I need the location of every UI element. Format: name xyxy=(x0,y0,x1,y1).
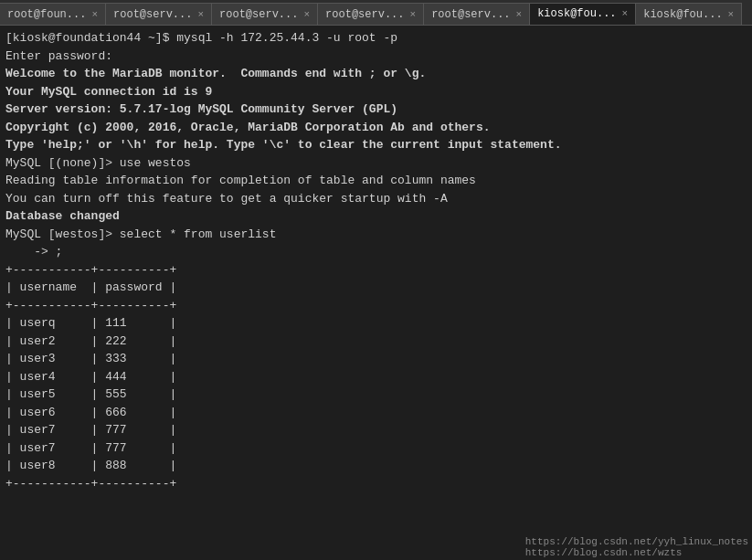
tab-tab4[interactable]: root@serv...× xyxy=(318,3,424,25)
tab-label-tab1: root@foun... xyxy=(7,8,86,21)
tab-label-tab5: root@serv... xyxy=(431,8,510,21)
terminal-line-2: Welcome to the MariaDB monitor. Commands… xyxy=(5,65,747,83)
tab-close-tab1[interactable]: × xyxy=(86,9,98,20)
terminal-line-4: Server version: 5.7.17-log MySQL Communi… xyxy=(5,100,747,119)
tab-tab2[interactable]: root@serv...× xyxy=(106,3,212,25)
tab-close-tab2[interactable]: × xyxy=(192,9,204,20)
terminal-line-28: | user8 | 888 | xyxy=(5,457,747,475)
terminal-line-19: +-----------+----------+ xyxy=(5,297,747,315)
terminal: [kiosk@foundation44 ~]$ mysql -h 172.25.… xyxy=(0,26,752,560)
watermark-line2: https://blog.csdn.net/wzts xyxy=(525,547,748,558)
terminal-line-14: Database changed xyxy=(5,207,747,226)
terminal-line-22: | user3 | 333 | xyxy=(5,350,747,368)
tab-tab7[interactable]: kiosk@fou...× xyxy=(636,3,742,25)
terminal-line-23: | user4 | 444 | xyxy=(5,368,747,386)
terminal-line-15: MySQL [westos]> select * from userlist xyxy=(5,226,747,244)
terminal-line-18: | username | password | xyxy=(5,279,747,297)
tab-label-tab2: root@serv... xyxy=(113,8,192,21)
tab-close-tab3[interactable]: × xyxy=(298,9,310,20)
terminal-line-12: You can turn off this feature to get a q… xyxy=(5,190,747,208)
tab-close-tab4[interactable]: × xyxy=(405,9,417,20)
terminal-line-3: Your MySQL connection id is 9 xyxy=(5,83,747,101)
terminal-line-0: [kiosk@foundation44 ~]$ mysql -h 172.25.… xyxy=(5,29,747,48)
terminal-line-27: | user7 | 777 | xyxy=(5,439,747,458)
tab-label-tab3: root@serv... xyxy=(219,8,298,21)
tab-tab6[interactable]: kiosk@fou...× xyxy=(530,3,636,25)
watermark-line1: https://blog.csdn.net/yyh_linux_notes xyxy=(525,536,748,547)
terminal-line-20: | userq | 111 | xyxy=(5,314,747,333)
terminal-line-21: | user2 | 222 | xyxy=(5,333,747,351)
terminal-line-16: -> ; xyxy=(5,243,747,261)
tab-label-tab7: kiosk@fou... xyxy=(643,8,722,21)
terminal-line-17: +-----------+----------+ xyxy=(5,261,747,280)
tab-tab1[interactable]: root@foun...× xyxy=(0,3,106,25)
terminal-line-25: | user6 | 666 | xyxy=(5,404,747,422)
tab-close-tab5[interactable]: × xyxy=(511,9,523,20)
tab-close-tab6[interactable]: × xyxy=(617,8,629,19)
help-line: Type 'help;' or '\h' for help. Type '\c'… xyxy=(5,138,562,152)
terminal-line-10: MySQL [(none)]> use westos xyxy=(5,154,747,173)
terminal-line-29: +-----------+----------+ xyxy=(5,475,747,493)
terminal-line-6: Copyright (c) 2000, 2016, Oracle, MariaD… xyxy=(5,119,747,137)
terminal-line-24: | user5 | 555 | xyxy=(5,386,747,404)
tab-label-tab6: kiosk@fou... xyxy=(537,7,616,20)
terminal-line-8: Type 'help;' or '\h' for help. Type '\c'… xyxy=(5,136,747,154)
tab-bar: root@foun...×root@serv...×root@serv...×r… xyxy=(0,0,752,26)
terminal-line-26: | user7 | 777 | xyxy=(5,421,747,439)
watermark: https://blog.csdn.net/yyh_linux_notes ht… xyxy=(525,536,748,558)
terminal-line-1: Enter password: xyxy=(5,48,747,66)
version-line-4: Server version: 5.7.17-log MySQL Communi… xyxy=(5,102,397,116)
copyright-line: Copyright (c) 2000, 2016, Oracle, MariaD… xyxy=(5,121,491,134)
tab-label-tab4: root@serv... xyxy=(325,8,404,21)
tab-tab5[interactable]: root@serv...× xyxy=(424,3,530,25)
version-line-3: Your MySQL connection id is 9 xyxy=(5,85,212,99)
tab-close-tab7[interactable]: × xyxy=(723,9,735,20)
welcome-text: Welcome to the MariaDB monitor. Commands… xyxy=(5,67,426,80)
terminal-line-11: Reading table information for completion… xyxy=(5,172,747,190)
tab-tab3[interactable]: root@serv...× xyxy=(212,3,318,25)
